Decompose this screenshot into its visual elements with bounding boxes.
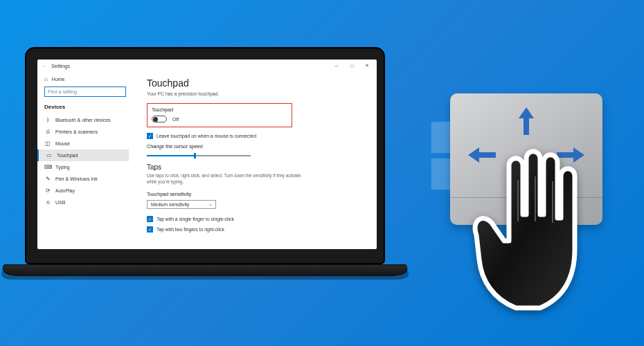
checkbox-icon: ✓ bbox=[147, 133, 153, 139]
tap-single-checkbox-row[interactable]: ✓ Tap with a single finger to single-cli… bbox=[147, 216, 367, 222]
touchpad-icon: ▭ bbox=[46, 152, 53, 158]
tap-two-checkbox-row[interactable]: ✓ Tap with two fingers to right-click bbox=[147, 226, 367, 233]
autoplay-icon: ⟳ bbox=[44, 188, 51, 194]
tap-two-label: Tap with two fingers to right-click bbox=[156, 227, 224, 232]
home-icon: ⌂ bbox=[44, 76, 48, 82]
toggle-state: Off bbox=[172, 117, 179, 122]
typing-icon: ⌨ bbox=[44, 164, 51, 170]
sidebar-item-autoplay[interactable]: ⟳ AutoPlay bbox=[44, 185, 129, 197]
touchpad-toggle-highlight: Touchpad Off bbox=[147, 103, 292, 127]
search-placeholder: Find a setting bbox=[48, 89, 77, 94]
mouse-icon: ◫ bbox=[44, 140, 51, 147]
usb-icon: ⎋ bbox=[44, 199, 51, 206]
checkbox-icon: ✓ bbox=[147, 216, 153, 222]
leave-on-checkbox-row[interactable]: ✓ Leave touchpad on when a mouse is conn… bbox=[147, 133, 367, 139]
search-input[interactable]: Find a setting bbox=[44, 86, 126, 97]
minimize-button[interactable]: ─ bbox=[331, 64, 342, 69]
home-label: Home bbox=[52, 77, 65, 82]
taps-help: Use taps to click, right-click, and sele… bbox=[147, 173, 306, 185]
cursor-speed-label: Change the cursor speed bbox=[147, 143, 367, 149]
sidebar-item-typing[interactable]: ⌨ Typing bbox=[44, 161, 129, 173]
sensitivity-value: Medium sensitivity bbox=[151, 202, 190, 207]
pen-icon: ✎ bbox=[44, 176, 51, 182]
sidebar-item-label: AutoPlay bbox=[55, 188, 75, 193]
sidebar-item-label: USB bbox=[55, 200, 65, 205]
titlebar: ← Settings ─ □ ✕ bbox=[37, 60, 377, 72]
sidebar-item-label: Pen & Windows Ink bbox=[55, 176, 98, 181]
sidebar-item-mouse[interactable]: ◫ Mouse bbox=[44, 138, 129, 149]
bluetooth-icon: ᛒ bbox=[44, 117, 51, 123]
close-button[interactable]: ✕ bbox=[361, 63, 373, 69]
maximize-button[interactable]: □ bbox=[346, 64, 357, 69]
printer-icon: ⎙ bbox=[44, 129, 51, 135]
arrow-up-icon bbox=[519, 107, 534, 135]
touchpad-toggle[interactable] bbox=[152, 116, 167, 122]
sidebar: ⌂ Home Find a setting Devices ᛒ Bluetoot… bbox=[37, 72, 134, 249]
window-title: Settings bbox=[51, 63, 70, 69]
main-panel: Touchpad Your PC has a precision touchpa… bbox=[134, 72, 377, 249]
page-subtitle: Your PC has a precision touchpad. bbox=[147, 91, 367, 96]
tap-single-label: Tap with a single finger to single-click bbox=[156, 217, 234, 221]
sensitivity-label: Touchpad sensitivity bbox=[147, 191, 367, 197]
page-title: Touchpad bbox=[147, 78, 367, 89]
sidebar-item-label: Touchpad bbox=[57, 153, 78, 158]
laptop-frame: ← Settings ─ □ ✕ ⌂ Home Find a setting D… bbox=[25, 47, 385, 284]
back-icon[interactable]: ← bbox=[42, 63, 47, 69]
sidebar-item-label: Typing bbox=[55, 165, 70, 170]
hand-icon bbox=[450, 138, 616, 318]
sensitivity-select[interactable]: Medium sensitivity bbox=[147, 200, 216, 209]
sidebar-item-label: Printers & scanners bbox=[55, 129, 98, 134]
leave-on-label: Leave touchpad on when a mouse is connec… bbox=[156, 134, 256, 138]
sidebar-category: Devices bbox=[44, 104, 129, 110]
settings-window: ← Settings ─ □ ✕ ⌂ Home Find a setting D… bbox=[37, 60, 377, 249]
checkbox-icon: ✓ bbox=[147, 226, 153, 233]
sidebar-item-label: Mouse bbox=[55, 141, 70, 146]
sidebar-item-bluetooth[interactable]: ᛒ Bluetooth & other devices bbox=[44, 114, 129, 126]
taps-heading: Taps bbox=[147, 163, 367, 171]
sidebar-item-pen[interactable]: ✎ Pen & Windows Ink bbox=[44, 173, 129, 185]
cursor-speed-slider[interactable] bbox=[147, 155, 251, 156]
toggle-section-label: Touchpad bbox=[152, 107, 287, 113]
sidebar-item-usb[interactable]: ⎋ USB bbox=[44, 197, 129, 208]
sidebar-item-printers[interactable]: ⎙ Printers & scanners bbox=[44, 126, 129, 138]
sidebar-item-touchpad[interactable]: ▭ Touchpad bbox=[37, 149, 129, 161]
sidebar-item-label: Bluetooth & other devices bbox=[55, 118, 111, 122]
sidebar-home[interactable]: ⌂ Home bbox=[44, 76, 129, 82]
